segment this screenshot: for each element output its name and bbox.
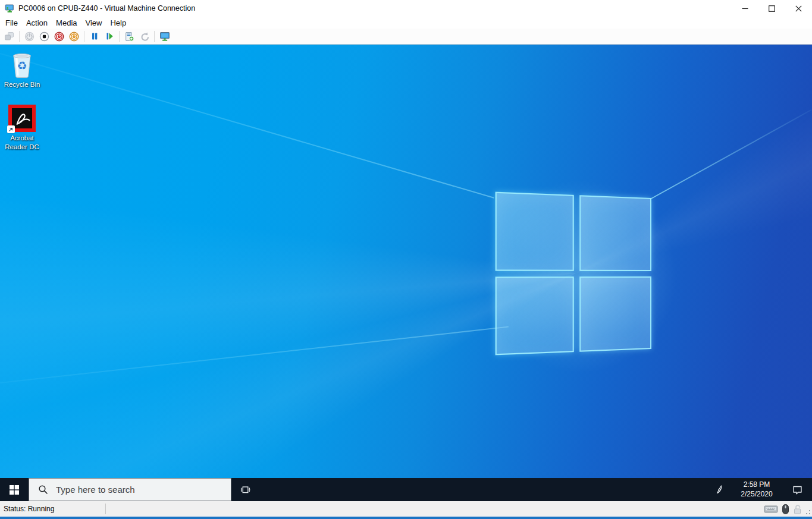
windows-logo-pane [579,195,651,270]
clock-time: 2:58 PM [733,480,780,490]
windows-ink-pen-icon [714,485,724,495]
save-vm-button[interactable] [67,29,81,43]
unlocked-padlock-icon [793,504,802,514]
reset-icon [105,32,114,41]
desktop-icon-label: Acrobat Reader DC [2,134,42,151]
toolbar-separator [84,31,84,42]
acrobat-reader-icon [8,105,36,132]
shut-down-icon [54,32,64,42]
keyboard-icon [764,504,778,514]
turn-off-icon [39,32,49,42]
menu-view[interactable]: View [81,18,106,28]
menu-media[interactable]: Media [52,18,81,28]
minimize-icon [742,5,748,12]
enhanced-session-button[interactable] [157,29,172,43]
hyperv-vmconnect-icon [5,4,15,13]
menu-help[interactable]: Help [106,18,130,28]
windows-start-icon [10,485,19,495]
vm-status-text: Status: Running [0,505,54,513]
windows-logo-pane [496,192,574,271]
toolbar-separator [19,31,20,42]
maximize-icon [769,5,775,12]
taskbar-clock[interactable]: 2:58 PM 2/25/2020 [731,480,782,499]
windows-logo-pane [496,276,574,356]
svg-text:♻: ♻ [17,59,27,72]
recycle-bin-icon: ♻ [8,50,36,78]
task-view-icon [240,485,251,495]
minimize-button[interactable] [732,0,758,17]
toolbar-separator [119,31,120,42]
checkpoint-icon [124,32,134,42]
desktop-icon-acrobat-reader[interactable]: Acrobat Reader DC [0,105,44,151]
desktop-icon-label: Recycle Bin [4,80,40,89]
system-tray: 2:58 PM 2/25/2020 [706,478,812,501]
taskbar: 2:58 PM 2/25/2020 [0,478,812,501]
menu-file[interactable]: File [1,18,22,28]
search-input[interactable] [56,485,231,495]
menu-action[interactable]: Action [22,18,52,28]
window-bottom-border [0,517,812,519]
close-button[interactable] [785,0,812,17]
status-bar: Status: Running [0,501,812,517]
save-state-icon [69,32,79,42]
wallpaper-light-rays [0,45,812,501]
task-view-button[interactable] [231,478,259,501]
desktop-icon-recycle-bin[interactable]: ♻ Recycle Bin [0,50,44,89]
checkpoint-button[interactable] [122,29,137,43]
start-icon [24,32,35,42]
taskbar-search[interactable] [29,478,231,501]
enhanced-session-icon [159,32,170,42]
vm-connection-window: PC0006 on CPUB-Z440 - Virtual Machine Co… [0,0,812,519]
ctrl-alt-delete-button [2,29,17,43]
vm-desktop[interactable]: ♻ Recycle Bin Acrobat Reader DC [0,45,812,501]
revert-icon [139,32,149,42]
title-bar: PC0006 on CPUB-Z440 - Virtual Machine Co… [0,0,812,17]
close-icon [795,5,802,12]
statusbar-divider [105,504,106,514]
revert-button [137,29,152,43]
maximize-button[interactable] [758,0,785,17]
shortcut-arrow-icon [7,125,15,133]
action-center-button[interactable] [782,478,812,501]
clock-date: 2/25/2020 [733,490,780,499]
pause-icon [90,32,99,41]
menu-bar: File Action Media View Help [0,17,812,29]
start-vm-button [22,29,37,43]
mouse-icon [782,504,789,514]
resize-grip[interactable] [805,510,811,515]
turn-off-vm-button[interactable] [37,29,52,43]
window-title: PC0006 on CPUB-Z440 - Virtual Machine Co… [18,4,195,12]
pause-vm-button[interactable] [87,29,102,43]
windows-logo [496,192,651,356]
toolbar-separator [154,31,155,42]
windows-logo-pane [579,276,651,352]
windows-ink-button[interactable] [706,478,731,501]
start-button[interactable] [0,478,29,501]
search-icon [38,485,48,495]
vm-toolbar [0,29,812,45]
ctrl-alt-delete-icon [4,32,14,41]
action-center-icon [792,485,803,495]
reset-vm-button[interactable] [102,29,117,43]
shut-down-vm-button[interactable] [52,29,67,43]
